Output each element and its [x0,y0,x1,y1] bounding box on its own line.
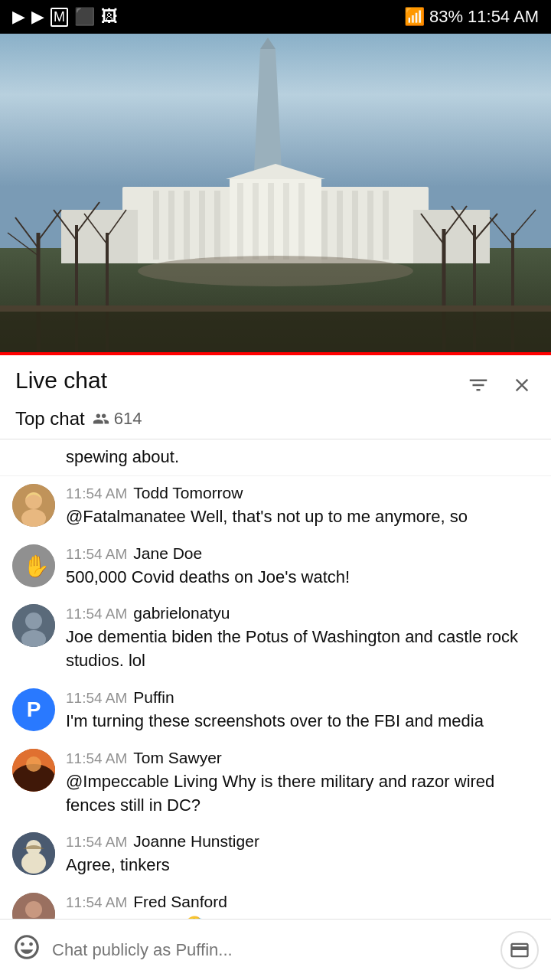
chat-input[interactable] [52,940,490,960]
svg-rect-12 [337,191,343,260]
svg-rect-10 [214,191,220,260]
message-author: gabrielonatyu [133,604,230,622]
message-text: @Fatalmanatee Well, that's not up to me … [66,505,539,529]
table-row: 11:54 AM gabrielonatyu Joe dementia bide… [0,596,551,681]
truncated-message: spewing about. [0,439,551,476]
avatar [12,604,55,647]
message-content: 11:54 AM Joanne Hunstiger Agree, tinkers [66,832,539,877]
message-time: 11:54 AM [66,606,127,622]
live-chat-title: Live chat [15,368,107,394]
battery-text: 83% [429,7,463,27]
message-time: 11:54 AM [66,834,127,851]
message-text: @Impeccable Living Why is there military… [66,770,539,818]
chat-messages-container: spewing about. 11:54 AM Todd Tomorrow @F… [0,439,551,980]
message-content: 11:54 AM gabrielonatyu Joe dementia bide… [66,604,539,673]
status-bar: ▶ ▶ M ⬛ 🖼 📶 83% 11:54 AM [0,0,551,34]
table-row: 11:54 AM Todd Tomorrow @Fatalmanatee Wel… [0,476,551,537]
message-time: 11:54 AM [66,690,127,707]
message-meta: 11:54 AM gabrielonatyu [66,604,539,622]
message-content: 11:54 AM Tom Sawyer @Impeccable Living W… [66,749,539,818]
viewer-count: 614 [93,409,142,429]
message-meta: 11:54 AM Todd Tomorrow [66,484,539,502]
avatar: ✋ [12,544,55,587]
header-actions [464,371,536,405]
svg-rect-13 [352,191,358,260]
svg-rect-6 [153,191,159,260]
svg-rect-7 [168,191,174,260]
message-author: Puffin [133,688,174,707]
folder-icon: ⬛ [74,7,95,27]
chat-header: Live chat Top chat 614 [0,355,551,439]
message-author: Jane Doe [133,544,202,563]
table-row: 11:54 AM Joanne Hunstiger Agree, tinkers [0,825,551,885]
svg-point-58 [26,756,41,772]
message-meta: 11:54 AM Puffin [66,688,539,707]
message-meta: 11:54 AM Jane Doe [66,544,539,563]
svg-rect-15 [383,191,389,260]
message-content: 11:54 AM Puffin I'm turning these screen… [66,688,539,733]
svg-rect-17 [237,183,243,260]
close-button[interactable] [508,371,536,404]
table-row: P 11:54 AM Puffin I'm turning these scre… [0,681,551,741]
svg-rect-9 [199,191,205,260]
image-icon: 🖼 [101,7,118,27]
svg-point-61 [21,852,46,874]
svg-point-25 [138,256,413,286]
message-meta: 11:54 AM Fred Sanford [66,893,539,911]
wifi-icon: 📶 [404,7,425,27]
message-text: 500,000 Covid deaths on Joe's watch! [66,566,539,590]
svg-rect-19 [268,183,274,260]
table-row: ✋ 11:54 AM Jane Doe 500,000 Covid deaths… [0,537,551,597]
viewer-count-number: 614 [114,409,142,429]
youtube-icon: ▶ [12,7,25,27]
svg-rect-14 [367,191,373,260]
svg-rect-45 [0,309,551,355]
status-icons-left: ▶ ▶ M ⬛ 🖼 [12,7,118,27]
message-author: Joanne Hunstiger [133,832,259,851]
message-time: 11:54 AM [66,750,127,767]
svg-text:✋: ✋ [23,554,50,579]
message-content: 11:54 AM Todd Tomorrow @Fatalmanatee Wel… [66,484,539,529]
message-author: Tom Sawyer [133,749,222,767]
svg-rect-8 [184,191,190,260]
play-icon: ▶ [31,7,44,27]
avatar [12,832,55,875]
super-chat-button[interactable] [500,931,539,969]
top-chat-label: Top chat [15,408,85,430]
message-meta: 11:54 AM Tom Sawyer [66,749,539,767]
svg-point-48 [25,492,42,509]
chat-input-bar [0,919,551,980]
m-icon: M [51,8,68,27]
avatar: P [12,688,55,731]
emoji-button[interactable] [12,933,41,968]
message-meta: 11:54 AM Joanne Hunstiger [66,832,539,851]
svg-point-53 [25,612,42,629]
message-time: 11:54 AM [66,485,127,502]
svg-rect-21 [298,183,305,260]
svg-point-63 [25,901,42,918]
video-player[interactable] [0,34,551,355]
svg-rect-18 [253,183,259,260]
message-author: Fred Sanford [133,893,227,911]
message-author: Todd Tomorrow [133,484,243,502]
avatar [12,484,55,527]
avatar [12,749,55,792]
message-text: I'm turning these screenshots over to th… [66,710,539,733]
message-text: Joe dementia biden the Potus of Washingt… [66,626,539,673]
message-content: 11:54 AM Jane Doe 500,000 Covid deaths o… [66,544,539,590]
table-row: 11:54 AM Tom Sawyer @Impeccable Living W… [0,741,551,825]
message-time: 11:54 AM [66,546,127,563]
svg-rect-11 [321,191,328,260]
svg-point-49 [21,509,46,527]
message-time: 11:54 AM [66,894,127,911]
status-icons-right: 📶 83% 11:54 AM [404,7,539,27]
time-display: 11:54 AM [468,7,539,27]
message-text: Agree, tinkers [66,854,539,877]
filter-button[interactable] [464,371,493,405]
svg-rect-46 [0,305,551,312]
svg-rect-20 [283,183,289,260]
